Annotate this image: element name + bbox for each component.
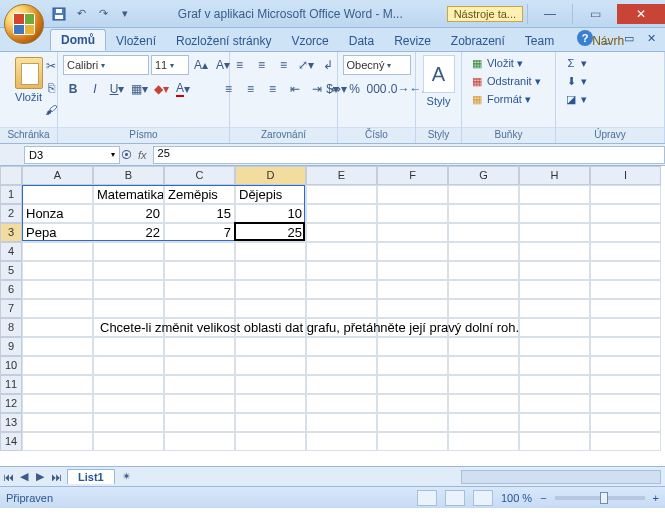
qat-dropdown-icon[interactable]: ▾: [116, 5, 134, 23]
row-header[interactable]: 1: [0, 185, 22, 204]
grow-font-icon[interactable]: A▴: [191, 55, 211, 75]
cell[interactable]: [306, 375, 377, 394]
cell[interactable]: [377, 432, 448, 451]
cell[interactable]: [448, 204, 519, 223]
minimize-ribbon-icon[interactable]: _: [599, 30, 615, 46]
cell[interactable]: [377, 280, 448, 299]
cell[interactable]: [377, 185, 448, 204]
row-header[interactable]: 4: [0, 242, 22, 261]
font-name-combo[interactable]: Calibri▾: [63, 55, 149, 75]
tab-view[interactable]: Zobrazení: [441, 31, 515, 51]
cell[interactable]: [519, 375, 590, 394]
cell[interactable]: [448, 299, 519, 318]
cell[interactable]: [22, 299, 93, 318]
fill-color-icon[interactable]: ◆▾: [151, 79, 171, 99]
format-cells-button[interactable]: ▦Formát ▾: [467, 91, 534, 107]
cell[interactable]: [519, 280, 590, 299]
cell[interactable]: [235, 280, 306, 299]
cell[interactable]: [448, 242, 519, 261]
cell[interactable]: [519, 261, 590, 280]
align-right-icon[interactable]: ≡: [263, 79, 283, 99]
row-header[interactable]: 5: [0, 261, 22, 280]
zoom-out-icon[interactable]: −: [540, 492, 546, 504]
cell[interactable]: [377, 242, 448, 261]
cell[interactable]: [164, 299, 235, 318]
help-icon[interactable]: ?: [577, 30, 593, 46]
cell[interactable]: [519, 204, 590, 223]
cell[interactable]: [519, 394, 590, 413]
column-header[interactable]: F: [377, 166, 448, 185]
close-child-icon[interactable]: ✕: [643, 30, 659, 46]
cell[interactable]: [93, 242, 164, 261]
cell[interactable]: [306, 337, 377, 356]
cell[interactable]: 7: [164, 223, 235, 242]
cell[interactable]: Matematika: [93, 185, 164, 204]
cell[interactable]: [519, 356, 590, 375]
cell[interactable]: [22, 242, 93, 261]
cell[interactable]: [306, 261, 377, 280]
cell[interactable]: [235, 356, 306, 375]
cell[interactable]: [164, 394, 235, 413]
cell[interactable]: [93, 394, 164, 413]
format-painter-icon[interactable]: 🖌: [41, 100, 61, 120]
cell[interactable]: [306, 394, 377, 413]
tab-team[interactable]: Team: [515, 31, 564, 51]
normal-view-icon[interactable]: [417, 490, 437, 506]
cell[interactable]: [448, 337, 519, 356]
cell[interactable]: [377, 394, 448, 413]
column-header[interactable]: B: [93, 166, 164, 185]
worksheet-area[interactable]: ABCDEFGHI1MatematikaZeměpisDějepis2Honza…: [0, 166, 665, 466]
name-box[interactable]: D3▾: [24, 146, 120, 164]
row-header[interactable]: 13: [0, 413, 22, 432]
cell[interactable]: [22, 318, 93, 337]
cell[interactable]: [377, 223, 448, 242]
delete-cells-button[interactable]: ▦Odstranit ▾: [467, 73, 544, 89]
orientation-icon[interactable]: ⤢▾: [296, 55, 316, 75]
cell[interactable]: [93, 299, 164, 318]
cell[interactable]: [448, 432, 519, 451]
save-icon[interactable]: [50, 5, 68, 23]
cell[interactable]: [306, 280, 377, 299]
column-header[interactable]: I: [590, 166, 661, 185]
column-header[interactable]: C: [164, 166, 235, 185]
cell[interactable]: [590, 280, 661, 299]
page-break-view-icon[interactable]: [473, 490, 493, 506]
tab-page-layout[interactable]: Rozložení stránky: [166, 31, 281, 51]
cell[interactable]: [448, 261, 519, 280]
horizontal-scrollbar[interactable]: [461, 470, 661, 484]
cell[interactable]: [377, 204, 448, 223]
zoom-slider[interactable]: [555, 496, 645, 500]
underline-icon[interactable]: U▾: [107, 79, 127, 99]
cell[interactable]: [590, 356, 661, 375]
cell[interactable]: [590, 185, 661, 204]
new-sheet-icon[interactable]: ✴: [119, 469, 135, 485]
column-header[interactable]: A: [22, 166, 93, 185]
tab-insert[interactable]: Vložení: [106, 31, 166, 51]
page-layout-view-icon[interactable]: [445, 490, 465, 506]
increase-decimal-icon[interactable]: .0→: [389, 79, 409, 99]
cell[interactable]: [590, 375, 661, 394]
cell[interactable]: [235, 261, 306, 280]
cell[interactable]: [306, 185, 377, 204]
border-icon[interactable]: ▦▾: [129, 79, 149, 99]
cell[interactable]: [164, 280, 235, 299]
row-header[interactable]: 10: [0, 356, 22, 375]
cell[interactable]: [519, 318, 590, 337]
currency-icon[interactable]: $▾: [323, 79, 343, 99]
cell[interactable]: [519, 337, 590, 356]
cell[interactable]: [590, 299, 661, 318]
cell[interactable]: [164, 413, 235, 432]
comma-icon[interactable]: 000: [367, 79, 387, 99]
cell[interactable]: [93, 337, 164, 356]
align-center-icon[interactable]: ≡: [241, 79, 261, 99]
redo-icon[interactable]: ↷: [94, 5, 112, 23]
row-header[interactable]: 7: [0, 299, 22, 318]
copy-icon[interactable]: ⎘: [41, 78, 61, 98]
cell[interactable]: [306, 413, 377, 432]
undo-icon[interactable]: ↶: [72, 5, 90, 23]
column-header[interactable]: D: [235, 166, 306, 185]
column-header[interactable]: G: [448, 166, 519, 185]
cell[interactable]: [448, 375, 519, 394]
cell[interactable]: [590, 242, 661, 261]
wrap-text-icon[interactable]: ↲: [318, 55, 338, 75]
